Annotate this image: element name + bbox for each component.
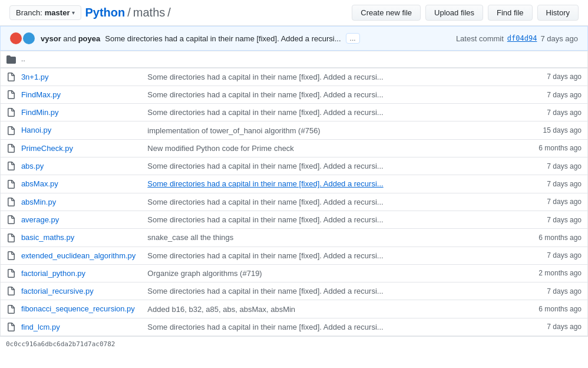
breadcrumb-python-link[interactable]: Python: [85, 6, 125, 19]
file-icon: [6, 234, 16, 243]
file-link[interactable]: find_lcm.py: [21, 323, 60, 331]
file-name-cell: factorial_python.py: [1, 264, 142, 282]
commit-time: 7 days ago: [540, 34, 578, 43]
commit-message-cell: snake_case all the things: [141, 229, 511, 247]
table-row: average.py Some directories had a capita…: [1, 211, 588, 228]
breadcrumb-section: Branch: master ▾ Python / maths /: [9, 5, 171, 20]
commit-message: Some directories had a capital in their …: [105, 34, 341, 43]
file-icon: [6, 305, 16, 314]
file-table: ..: [0, 51, 588, 68]
file-icon: [6, 73, 16, 82]
file-name-cell: absMax.py: [1, 175, 142, 193]
table-row: basic_maths.py snake_case all the things…: [1, 229, 588, 247]
commit-message-link[interactable]: Some directories had a capital in their …: [147, 179, 383, 188]
top-bar: Branch: master ▾ Python / maths / Create…: [0, 0, 588, 26]
breadcrumb: Python / maths /: [85, 6, 170, 19]
table-row: factorial_python.py Organize graph algor…: [1, 264, 588, 282]
commit-message-cell: Organize graph algorithms (#719): [141, 264, 511, 282]
commit-hash-link[interactable]: df04d94: [507, 34, 537, 42]
branch-name: master: [45, 8, 70, 17]
file-icon: [6, 126, 16, 136]
file-link[interactable]: absMax.py: [21, 179, 58, 188]
avatar-group: [10, 32, 36, 44]
commit-message-cell: New modified Python code for Prime check: [141, 139, 511, 157]
parent-dir-label: ..: [21, 54, 25, 63]
file-icon: [6, 108, 16, 117]
commit-bar-right: Latest commit df04d94 7 days ago: [456, 34, 578, 43]
file-link[interactable]: absMin.py: [21, 198, 56, 206]
breadcrumb-sep1: /: [127, 6, 131, 19]
file-time: 7 days ago: [511, 247, 588, 264]
file-icon: [6, 251, 16, 261]
file-link[interactable]: extended_euclidean_algorithm.py: [21, 251, 136, 260]
commit-message-cell: Some directories had a capital in their …: [141, 318, 511, 336]
bottom-hash: 0c0cc916a6dbc6da2b71d7ac0782: [0, 336, 588, 351]
history-button[interactable]: History: [537, 5, 579, 21]
file-icon: [6, 269, 16, 278]
file-name-cell: Hanoi.py: [1, 121, 142, 139]
table-row: factorial_recursive.py Some directories …: [1, 282, 588, 300]
table-row: FindMax.py Some directories had a capita…: [1, 86, 588, 103]
file-time: 7 days ago: [511, 104, 588, 121]
file-link[interactable]: average.py: [21, 215, 59, 224]
file-time: 7 days ago: [511, 318, 588, 336]
commit-authors: vysor and poyea: [41, 34, 100, 43]
file-link[interactable]: fibonacci_sequence_recursion.py: [21, 304, 135, 313]
file-time: 6 months ago: [511, 139, 588, 157]
file-icon: [6, 287, 16, 296]
file-time: 15 days ago: [511, 121, 588, 139]
file-time: 7 days ago: [511, 175, 588, 193]
files-table: 3n+1.py Some directories had a capital i…: [0, 68, 588, 336]
commit-message-cell: Some directories had a capital in their …: [141, 175, 511, 193]
author1[interactable]: vysor: [41, 34, 61, 43]
file-link[interactable]: Hanoi.py: [21, 126, 51, 134]
author2[interactable]: poyea: [78, 34, 101, 43]
action-buttons: Create new file Upload files Find file H…: [352, 5, 579, 21]
table-row: absMax.py Some directories had a capital…: [1, 175, 588, 193]
file-link[interactable]: basic_maths.py: [21, 233, 74, 242]
file-time: 6 months ago: [511, 300, 588, 318]
file-time: 7 days ago: [511, 282, 588, 300]
file-time: 2 months ago: [511, 264, 588, 282]
table-row: Hanoi.py implementation of tower_of_hano…: [1, 121, 588, 139]
file-link[interactable]: PrimeCheck.py: [21, 144, 73, 153]
commit-bar: vysor and poyea Some directories had a c…: [0, 26, 588, 51]
create-new-file-button[interactable]: Create new file: [352, 5, 421, 21]
file-time: 7 days ago: [511, 211, 588, 228]
breadcrumb-sep2: /: [167, 6, 171, 19]
parent-dir-cell: ..: [1, 51, 588, 68]
table-row: absMin.py Some directories had a capital…: [1, 193, 588, 211]
file-link[interactable]: factorial_recursive.py: [21, 287, 94, 295]
file-name-cell: FindMin.py: [1, 104, 142, 121]
file-link[interactable]: abs.py: [21, 162, 44, 170]
commit-message-cell: Added b16, b32, a85, abs, absMax, absMin: [141, 300, 511, 318]
folder-icon: [6, 55, 16, 64]
file-icon: [6, 198, 16, 207]
file-name-cell: absMin.py: [1, 193, 142, 211]
file-icon: [6, 162, 16, 171]
file-link[interactable]: FindMin.py: [21, 108, 59, 117]
commit-bar-left: vysor and poyea Some directories had a c…: [10, 32, 360, 44]
file-icon: [6, 144, 16, 153]
breadcrumb-maths: maths: [133, 6, 165, 19]
find-file-button[interactable]: Find file: [488, 5, 533, 21]
table-row: FindMin.py Some directories had a capita…: [1, 104, 588, 121]
file-link[interactable]: factorial_python.py: [21, 269, 85, 278]
commit-message-cell: Some directories had a capital in their …: [141, 104, 511, 121]
file-name-cell: PrimeCheck.py: [1, 139, 142, 157]
file-time: 7 days ago: [511, 157, 588, 175]
file-name-cell: fibonacci_sequence_recursion.py: [1, 300, 142, 318]
table-row: abs.py Some directories had a capital in…: [1, 157, 588, 175]
file-link[interactable]: 3n+1.py: [21, 73, 49, 81]
file-time: 7 days ago: [511, 193, 588, 211]
file-icon: [6, 323, 16, 332]
table-row: extended_euclidean_algorithm.py Some dir…: [1, 247, 588, 264]
commit-message-cell: Some directories had a capital in their …: [141, 247, 511, 264]
file-name-cell: extended_euclidean_algorithm.py: [1, 247, 142, 264]
file-time: 6 months ago: [511, 229, 588, 247]
file-link[interactable]: FindMax.py: [21, 90, 61, 99]
and-text: and: [63, 34, 76, 43]
commit-ellipsis-button[interactable]: ...: [346, 33, 360, 44]
upload-files-button[interactable]: Upload files: [425, 5, 483, 21]
branch-selector[interactable]: Branch: master ▾: [9, 5, 81, 20]
